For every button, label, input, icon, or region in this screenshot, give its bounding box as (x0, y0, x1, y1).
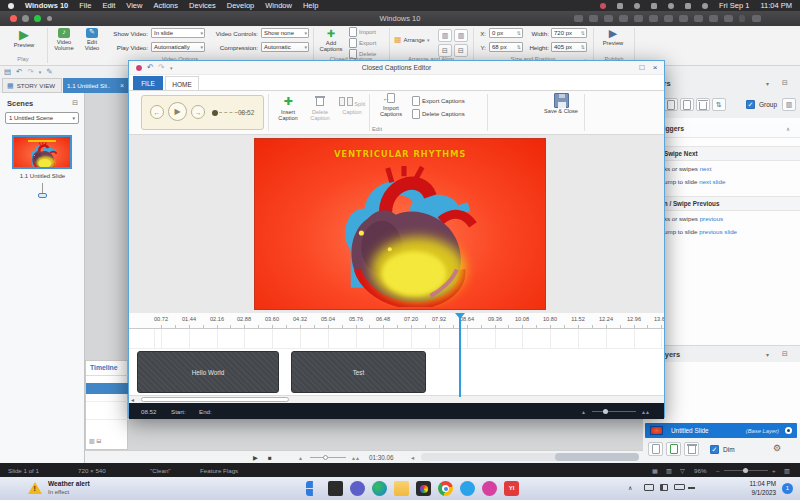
new-layer-button[interactable] (648, 442, 663, 456)
edge-icon[interactable] (372, 481, 387, 496)
control-center-icon[interactable] (702, 3, 708, 9)
dialog-hscrollbar-thumb[interactable] (141, 397, 289, 402)
collapse-section-icon[interactable]: ∧ (786, 126, 790, 132)
spotlight-status-icon[interactable] (685, 3, 691, 9)
video-volume-button[interactable]: ♪ Video Volume (50, 27, 78, 54)
playhead-marker-icon[interactable] (455, 313, 465, 319)
trigger-line[interactable]: Jump to slide previous slide (661, 228, 737, 235)
dialog-zoom-slider[interactable] (592, 411, 636, 412)
view-grid-icon[interactable]: ▦ (652, 467, 658, 474)
reorder-trigger-button[interactable]: ⇅ (712, 98, 726, 111)
menubar-time[interactable]: 11:04 PM (760, 1, 792, 10)
layers-dropdown-icon[interactable]: ▾ (766, 351, 769, 358)
zoom-plus-icon[interactable]: + (772, 467, 776, 474)
dim-checkbox[interactable]: ✓ (710, 445, 719, 454)
fit-to-window-icon[interactable]: ▥ (784, 467, 790, 474)
vm-arrow-icon[interactable] (739, 15, 745, 22)
save-icon[interactable]: ▤ (4, 67, 11, 76)
timeline-mini-toolbar[interactable]: ▥ ⊟ (89, 437, 101, 444)
import-captions-ribbon-button[interactable]: Import (349, 26, 376, 37)
timeline-zoom-slider[interactable] (310, 457, 346, 458)
caption-block[interactable]: Test (291, 351, 426, 393)
timeline-hscrollbar-thumb[interactable] (555, 453, 639, 461)
menubar-item-actions[interactable]: Actions (153, 1, 178, 10)
dialog-tab-home[interactable]: HOME (165, 76, 199, 91)
pink-app-icon[interactable] (482, 481, 497, 496)
skip-back-button[interactable]: ← (150, 105, 164, 119)
chrome-icon[interactable] (438, 481, 453, 496)
chat-status-icon[interactable] (617, 3, 623, 9)
menubar-item-view[interactable]: View (126, 1, 142, 10)
hscroll-left-arrow-icon[interactable]: ◂ (131, 396, 134, 403)
vm-network-icon[interactable] (634, 15, 643, 22)
vm-phone-icon[interactable] (679, 15, 688, 22)
storyline-taskbar-icon[interactable]: YI (504, 481, 519, 496)
timeline-scroll-left-icon[interactable]: ◂ (411, 454, 414, 461)
menubar-item-devices[interactable]: Devices (189, 1, 216, 10)
vm-display-icon[interactable] (694, 15, 703, 22)
qat-dropdown-icon[interactable]: ▾ (39, 69, 42, 75)
skype-icon[interactable] (460, 481, 475, 496)
dialog-titlebar[interactable]: ↶ ↷ ▾ Closed Captions Editor □ × (129, 61, 664, 75)
redo-icon[interactable]: ↷ (27, 67, 33, 76)
vm-mouse-icon[interactable] (619, 15, 628, 22)
y-field[interactable]: 68 px⇅ (489, 42, 523, 52)
triggers-panel-menu-icon[interactable]: ⊟ (782, 79, 788, 87)
menubar-item-edit[interactable]: Edit (102, 1, 115, 10)
tab-untitled-slide[interactable]: 1.1 Untitled Sli.. × (63, 78, 128, 93)
paste-trigger-button[interactable] (680, 98, 694, 111)
vm-mic2-icon[interactable] (664, 15, 673, 22)
tray-network-icon[interactable] (644, 484, 654, 491)
clock-status-icon[interactable] (634, 3, 640, 9)
format-painter-icon[interactable]: ✎ (46, 67, 52, 76)
edit-video-button[interactable]: ✎ Edit Video (80, 27, 104, 54)
duplicate-layer-button[interactable] (666, 442, 681, 456)
export-captions-ribbon-button[interactable]: Export (349, 37, 376, 48)
weather-warning-icon[interactable] (28, 482, 42, 494)
video-controls-select[interactable]: Show none▾ (261, 28, 309, 38)
copy-trigger-button[interactable] (664, 98, 678, 111)
tab-story-view[interactable]: ▦ STORY VIEW (2, 78, 62, 93)
dialog-maximize-icon[interactable]: □ (636, 63, 648, 72)
timeline-hscrollbar[interactable] (421, 453, 639, 461)
vm-camera-icon[interactable] (574, 15, 583, 22)
eye-icon[interactable] (785, 427, 792, 434)
timeline-zoom-in-icon[interactable]: ▲▲ (351, 455, 359, 461)
preview-button[interactable]: ▶ Preview (4, 27, 44, 54)
publish-preview-button[interactable]: ▶ Preview (596, 27, 630, 54)
search-tool-icon[interactable] (328, 481, 343, 496)
timeline-play-icon[interactable]: ▶ (253, 454, 258, 461)
zoom-percentage[interactable]: 96% (694, 467, 706, 474)
group-checkbox[interactable]: ✓ (746, 100, 755, 109)
weather-subtitle[interactable]: In effect (48, 489, 69, 495)
slide-preview-stage[interactable]: VENTRICULAR RHYTHMS (129, 135, 664, 313)
vm-sound-icon[interactable] (649, 15, 658, 22)
status-zoom-knob[interactable] (743, 468, 748, 473)
keyboard-status-icon[interactable] (651, 3, 657, 9)
trigger-wizard-button[interactable]: ▥ (782, 98, 796, 111)
vm-record-icon[interactable] (589, 15, 598, 22)
menubar-date[interactable]: Fri Sep 1 (719, 1, 749, 10)
save-close-button[interactable]: Save & Close (544, 93, 578, 131)
timeline-title[interactable]: Timeline (90, 364, 117, 371)
menubar-item-file[interactable]: File (79, 1, 91, 10)
caption-block[interactable]: Hello World (137, 351, 279, 393)
playhead-line[interactable] (459, 313, 461, 397)
add-captions-button[interactable]: ✚ Add Captions (316, 27, 346, 54)
x-field[interactable]: 0 px⇅ (489, 28, 523, 38)
timeline-zoom-out-icon[interactable]: ▲ (298, 455, 303, 461)
filter-funnel-icon[interactable]: ▽ (680, 467, 685, 474)
timeline-zoom-knob[interactable] (323, 455, 328, 460)
notification-badge[interactable]: 1 (782, 483, 793, 494)
seek-slider-knob[interactable] (212, 110, 218, 116)
weather-title[interactable]: Weather alert (48, 480, 90, 487)
vm-settings-gear-icon[interactable] (752, 15, 761, 22)
dialog-close-icon[interactable]: × (649, 63, 661, 72)
file-explorer-icon[interactable] (394, 481, 409, 496)
arrange-button[interactable]: ▦ Arrange ▾ (394, 34, 429, 45)
align-left-icon[interactable]: ▥ (438, 29, 452, 42)
triggers-dropdown-icon[interactable]: ▾ (766, 80, 769, 87)
timeline-stop-icon[interactable]: ■ (268, 454, 272, 461)
close-tab-icon[interactable]: × (120, 82, 124, 89)
vm-folder-icon[interactable] (709, 15, 718, 22)
